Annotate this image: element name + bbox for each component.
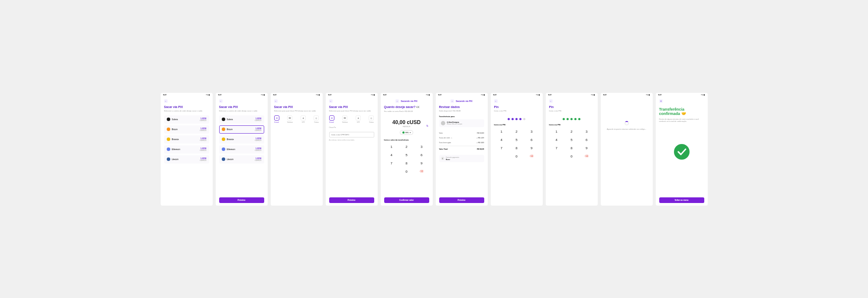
status-bar: 9:27 ▪▪ ▾ ▮	[491, 93, 543, 97]
key-3[interactable]: 3	[524, 128, 539, 136]
status-icons: ▪▪ ▾ ▮	[591, 94, 595, 96]
wallet-item-ethereum[interactable]: Ethereum1.0250U$380,00	[219, 145, 264, 154]
status-icons: ▪▪ ▾ ▮	[426, 94, 430, 96]
wallet-item-solana[interactable]: Solana1.0250U$380,00	[219, 115, 264, 124]
wallet-item-solana[interactable]: Solana1.0250U$380,00	[164, 115, 209, 124]
back-button[interactable]: ←	[549, 99, 553, 103]
wallet-item-litecoin[interactable]: Litecoin1.0250U$380,00	[164, 155, 209, 164]
back-to-menu-button[interactable]: Voltar ao menu	[659, 197, 704, 203]
confirm-button[interactable]: Confirmar valor	[384, 197, 429, 203]
key-blank	[384, 167, 399, 176]
key-6[interactable]: 6	[524, 136, 539, 144]
pin-dot	[570, 118, 573, 120]
wallet-value: 1.0250	[255, 147, 261, 150]
key-1[interactable]: 1	[549, 128, 564, 136]
fee-label: Valor	[439, 132, 443, 134]
key-4[interactable]: 4	[549, 136, 564, 144]
status-time: 9:27	[548, 94, 552, 96]
next-button[interactable]: Próximo	[219, 197, 264, 203]
pix-key-input[interactable]	[329, 132, 374, 138]
status-bar: 9:27 ▪▪ ▾ ▮	[601, 93, 653, 97]
back-button[interactable]: ←	[274, 99, 278, 103]
pin-dot	[515, 118, 518, 120]
key-delete[interactable]: ⌫	[579, 152, 594, 160]
key-8[interactable]: 8	[399, 159, 414, 167]
status-bar: 9:27 ▪▪ ▾ ▮	[656, 93, 708, 97]
wallet-item-bitcoin[interactable]: Bitcoin1.0250U$380,00	[219, 125, 264, 134]
wallet-value: 1.0250	[255, 128, 261, 130]
wallet-item-binance[interactable]: Binance1.0250U$380,00	[164, 135, 209, 144]
status-icons: ▪▪ ▾ ▮	[536, 94, 540, 96]
payment-method[interactable]: € Forma de pagamento Euro	[439, 155, 484, 162]
pix-type-e-mail[interactable]: ✉E-mail	[274, 115, 279, 123]
key-7[interactable]: 7	[384, 159, 399, 167]
back-button[interactable]: ←	[329, 99, 333, 103]
recipient-card: @JessCampos Jessica Silva de Campos	[439, 119, 484, 127]
close-button[interactable]: ✕	[659, 99, 663, 103]
wallet-usd: U$380,00	[255, 150, 261, 151]
key-delete[interactable]: ⌫	[414, 167, 429, 176]
key-4[interactable]: 4	[494, 136, 509, 144]
screen-pin-entry: 9:27 ▪▪ ▾ ▮ ← Pin Insira o seu PIN Insir…	[491, 93, 543, 206]
back-button[interactable]: ←Sacando via PIX	[384, 99, 429, 103]
pix-type-outros[interactable]: ◎Outros	[314, 115, 319, 123]
key-delete[interactable]: ⌫	[524, 152, 539, 160]
back-button[interactable]: ←Sacando via PIX	[439, 99, 484, 103]
key-9[interactable]: 9	[524, 144, 539, 152]
key-5[interactable]: 5	[509, 136, 524, 144]
key-6[interactable]: 6	[579, 136, 594, 144]
key-1[interactable]: 1	[494, 128, 509, 136]
key-5[interactable]: 5	[564, 136, 579, 144]
pix-type-telefone[interactable]: ☎Telefone	[342, 115, 348, 123]
key-2[interactable]: 2	[399, 143, 414, 151]
key-5[interactable]: 5	[399, 151, 414, 159]
pix-type-outros[interactable]: ◎Outros	[369, 115, 374, 123]
pix-type-cpf[interactable]: ♟CPF	[301, 115, 306, 123]
key-4[interactable]: 4	[384, 151, 399, 159]
status-bar: 9:27 ▪▪ ▾ ▮	[271, 93, 323, 97]
wallet-value: 1.0250	[255, 138, 261, 140]
next-button[interactable]: Próximo	[329, 197, 374, 203]
pix-type-e-mail[interactable]: ✉E-mail	[329, 115, 334, 123]
wallet-item-bitcoin[interactable]: Bitcoin1.0250U$380,00	[164, 125, 209, 134]
status-icons: ▪▪ ▾ ▮	[316, 94, 320, 96]
key-7[interactable]: 7	[494, 144, 509, 152]
key-2[interactable]: 2	[564, 128, 579, 136]
swap-icon[interactable]: ⇅	[426, 124, 428, 127]
key-6[interactable]: 6	[414, 151, 429, 159]
key-0[interactable]: 0	[399, 167, 414, 176]
pix-type-telefone[interactable]: ☎Telefone	[287, 115, 293, 123]
pix-type-label: Outros	[369, 121, 374, 123]
avatar	[441, 121, 445, 125]
key-8[interactable]: 8	[509, 144, 524, 152]
pin-dot	[523, 118, 525, 120]
key-8[interactable]: 8	[564, 144, 579, 152]
back-button[interactable]: ←	[494, 99, 498, 103]
wallet-usd: U$380,00	[255, 160, 261, 161]
currency-selector[interactable]: BRL ▾	[400, 130, 413, 135]
back-button[interactable]: ←	[164, 99, 168, 103]
key-9[interactable]: 9	[579, 144, 594, 152]
status-time: 9:27	[273, 94, 277, 96]
key-0[interactable]: 0	[509, 152, 524, 160]
key-2[interactable]: 2	[509, 128, 524, 136]
key-3[interactable]: 3	[579, 128, 594, 136]
status-time: 9:27	[383, 94, 387, 96]
fee-row: Taxa lovecrypto+ R$ 3,00	[439, 140, 484, 145]
next-button[interactable]: Próximo	[439, 197, 484, 203]
status-icons: ▪▪ ▾ ▮	[701, 94, 705, 96]
key-1[interactable]: 1	[384, 143, 399, 151]
wallet-item-ethereum[interactable]: Ethereum1.0250U$380,00	[164, 145, 209, 154]
key-7[interactable]: 7	[549, 144, 564, 152]
svg-point-0	[674, 144, 690, 160]
key-3[interactable]: 3	[414, 143, 429, 151]
pix-type-cpf[interactable]: ♟CPF	[356, 115, 361, 123]
amount-display: 40,00 cUSD R$203,29 BRL ▾	[384, 119, 429, 135]
key-0[interactable]: 0	[564, 152, 579, 160]
info-icon[interactable]: ⓘ	[451, 137, 452, 139]
wallet-item-binance[interactable]: Binance1.0250U$380,00	[219, 135, 264, 144]
wallet-icon	[222, 118, 225, 121]
wallet-item-litecoin[interactable]: Litecoin1.0250U$380,00	[219, 155, 264, 164]
key-9[interactable]: 9	[414, 159, 429, 167]
back-button[interactable]: ←	[219, 99, 223, 103]
